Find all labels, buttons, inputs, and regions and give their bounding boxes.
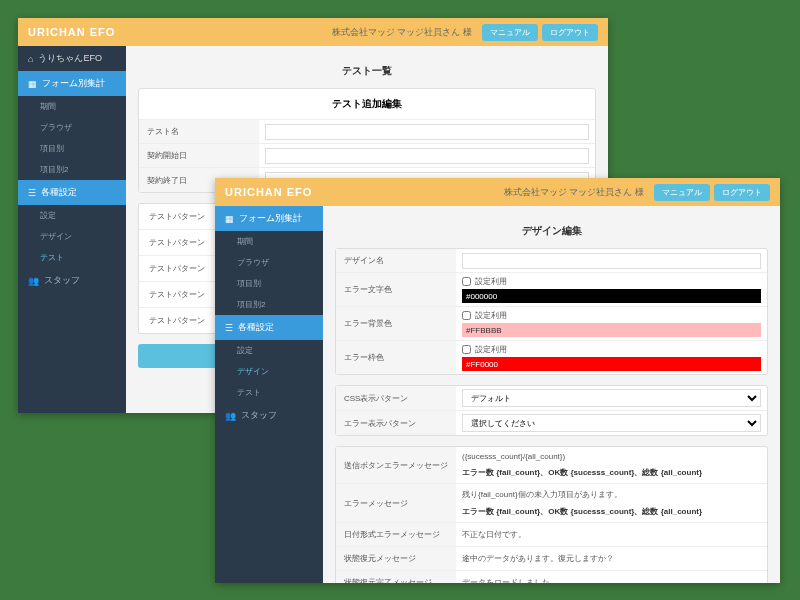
- users-icon: 👥: [28, 276, 39, 286]
- message-value: 不正な日付です。: [462, 527, 761, 542]
- message-label: 日付形式エラーメッセージ: [336, 523, 456, 546]
- design-panel: デザイン名 エラー文字色 設定利用 #000000 エラー背景色 設定利用: [335, 248, 768, 375]
- color-value[interactable]: #000000: [462, 289, 761, 303]
- row-error-pattern: エラー表示パターン 選択してください: [336, 411, 767, 435]
- row-message: 状態復元完了メッセージデータをロードしました。: [336, 571, 767, 583]
- sidebar-sub-item2[interactable]: 項目別2: [215, 294, 323, 315]
- message-label: 送信ボタンエラーメッセージ: [336, 447, 456, 483]
- list-icon: ☰: [28, 188, 36, 198]
- sidebar-sub-design[interactable]: デザイン: [215, 361, 323, 382]
- sidebar-sub-item1[interactable]: 項目別: [215, 273, 323, 294]
- row-test-name: テスト名: [139, 120, 595, 144]
- main-content: デザイン編集 デザイン名 エラー文字色 設定利用 #000000: [323, 206, 780, 583]
- logout-button[interactable]: ログアウト: [542, 24, 598, 41]
- window-design-edit: URICHAN EFO 株式会社マッジ マッジ社員さん 様 マニュアル ログアウ…: [215, 178, 780, 583]
- brand-logo: URICHAN EFO: [225, 186, 312, 198]
- sidebar-section-settings[interactable]: ☰各種設定: [18, 180, 126, 205]
- sidebar: ▦フォーム別集計 期間 ブラウザ 項目別 項目別2 ☰各種設定 設定 デザイン …: [215, 206, 323, 583]
- sidebar-sub-browser[interactable]: ブラウザ: [215, 252, 323, 273]
- sidebar-sub-test[interactable]: テスト: [215, 382, 323, 403]
- message-label: 状態復元完了メッセージ: [336, 571, 456, 583]
- message-value: データをロードしました。: [462, 575, 761, 583]
- message-label: 状態復元メッセージ: [336, 547, 456, 570]
- chart-icon: ▦: [28, 79, 37, 89]
- message-value: 途中のデータがあります。復元しますか？: [462, 551, 761, 566]
- sidebar-section-forms[interactable]: ▦フォーム別集計: [215, 206, 323, 231]
- sidebar-sub-item1[interactable]: 項目別: [18, 138, 126, 159]
- color-value[interactable]: #FFBBBB: [462, 323, 761, 337]
- message-label: エラーメッセージ: [336, 484, 456, 522]
- use-setting-checkbox[interactable]: [462, 345, 471, 354]
- row-message: 送信ボタンエラーメッセージ({sucesss_count}/{all_count…: [336, 447, 767, 484]
- row-start-date: 契約開始日: [139, 144, 595, 168]
- sidebar: ⌂うりちゃんEFO ▦フォーム別集計 期間 ブラウザ 項目別 項目別2 ☰各種設…: [18, 46, 126, 413]
- pattern-panel: CSS表示パターン デフォルト エラー表示パターン 選択してください: [335, 385, 768, 436]
- list-icon: ☰: [225, 323, 233, 333]
- row-error-text-color: エラー文字色 設定利用 #000000: [336, 273, 767, 307]
- row-error-bg-color: エラー背景色 設定利用 #FFBBBB: [336, 307, 767, 341]
- panel-title: テスト追加編集: [139, 89, 595, 120]
- chart-icon: ▦: [225, 214, 234, 224]
- row-message: エラーメッセージ残り{fail_count}個の未入力項目があります。エラー数 …: [336, 484, 767, 523]
- home-icon: ⌂: [28, 54, 33, 64]
- brand-logo: URICHAN EFO: [28, 26, 115, 38]
- sidebar-sub-settings[interactable]: 設定: [215, 340, 323, 361]
- sidebar-staff[interactable]: 👥スタッフ: [215, 403, 323, 428]
- users-icon: 👥: [225, 411, 236, 421]
- sidebar-sub-item2[interactable]: 項目別2: [18, 159, 126, 180]
- logout-button[interactable]: ログアウト: [714, 184, 770, 201]
- user-label: 株式会社マッジ マッジ社員さん 様: [332, 26, 472, 39]
- design-name-input[interactable]: [462, 253, 761, 269]
- sidebar-sub-period[interactable]: 期間: [215, 231, 323, 252]
- message-value: ({sucesss_count}/{all_count}): [462, 450, 761, 463]
- header: URICHAN EFO 株式会社マッジ マッジ社員さん 様 マニュアル ログアウ…: [18, 18, 608, 46]
- user-label: 株式会社マッジ マッジ社員さん 様: [504, 186, 644, 199]
- message-value: 残り{fail_count}個の未入力項目があります。: [462, 487, 761, 502]
- sidebar-section-forms[interactable]: ▦フォーム別集計: [18, 71, 126, 96]
- sidebar-sub-browser[interactable]: ブラウザ: [18, 117, 126, 138]
- row-message: 状態復元メッセージ途中のデータがあります。復元しますか？: [336, 547, 767, 571]
- message-value: エラー数 {fail_count}、OK数 {sucesss_count}、総数…: [462, 504, 761, 519]
- manual-button[interactable]: マニュアル: [654, 184, 710, 201]
- sidebar-sub-settings[interactable]: 設定: [18, 205, 126, 226]
- color-value[interactable]: #FF0000: [462, 357, 761, 371]
- sidebar-sub-design[interactable]: デザイン: [18, 226, 126, 247]
- use-setting-checkbox[interactable]: [462, 277, 471, 286]
- messages-panel: 送信ボタンエラーメッセージ({sucesss_count}/{all_count…: [335, 446, 768, 583]
- sidebar-sub-test[interactable]: テスト: [18, 247, 126, 268]
- sidebar-sub-period[interactable]: 期間: [18, 96, 126, 117]
- start-date-input[interactable]: [265, 148, 589, 164]
- page-title: デザイン編集: [335, 224, 768, 238]
- manual-button[interactable]: マニュアル: [482, 24, 538, 41]
- sidebar-staff[interactable]: 👥スタッフ: [18, 268, 126, 293]
- page-title: テスト一覧: [138, 64, 596, 78]
- row-message: 日付形式エラーメッセージ不正な日付です。: [336, 523, 767, 547]
- header: URICHAN EFO 株式会社マッジ マッジ社員さん 様 マニュアル ログアウ…: [215, 178, 780, 206]
- test-name-input[interactable]: [265, 124, 589, 140]
- row-css-pattern: CSS表示パターン デフォルト: [336, 386, 767, 411]
- message-value: エラー数 {fail_count}、OK数 {sucesss_count}、総数…: [462, 465, 761, 480]
- sidebar-home[interactable]: ⌂うりちゃんEFO: [18, 46, 126, 71]
- error-pattern-select[interactable]: 選択してください: [462, 414, 761, 432]
- row-design-name: デザイン名: [336, 249, 767, 273]
- use-setting-checkbox[interactable]: [462, 311, 471, 320]
- sidebar-section-settings[interactable]: ☰各種設定: [215, 315, 323, 340]
- css-pattern-select[interactable]: デフォルト: [462, 389, 761, 407]
- row-error-border-color: エラー枠色 設定利用 #FF0000: [336, 341, 767, 374]
